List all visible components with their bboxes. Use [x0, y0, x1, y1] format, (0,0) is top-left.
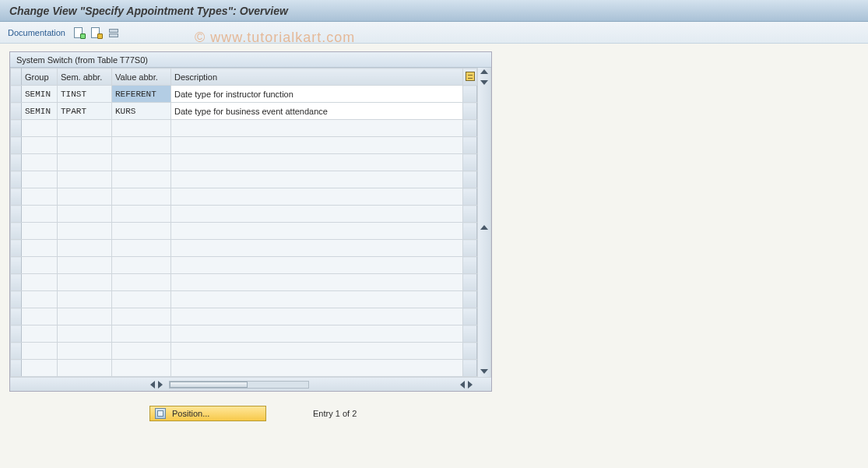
empty-row [11, 223, 477, 240]
grid-body: SEMIN TINST REFERENT Date type for instr… [11, 86, 477, 377]
empty-row [11, 291, 477, 308]
scroll-up-icon[interactable] [480, 69, 488, 74]
empty-row [11, 343, 477, 360]
table-row[interactable]: SEMIN TINST REFERENT Date type for instr… [11, 86, 477, 103]
hscroll-thumb[interactable] [170, 382, 248, 388]
table-row[interactable]: SEMIN TPART KURS Date type for business … [11, 103, 477, 120]
panel-title: System Switch (from Table T77S0) [10, 52, 491, 68]
table-options-header[interactable] [463, 69, 477, 86]
col-header-val[interactable]: Value abbr. [112, 69, 171, 86]
cell-sem[interactable]: TINST [58, 86, 112, 103]
col-header-group[interactable]: Group [22, 69, 58, 86]
scroll-right-icon[interactable] [158, 381, 163, 389]
table-options-icon [466, 72, 475, 81]
row-trail [463, 86, 477, 103]
entry-info: Entry 1 of 2 [313, 409, 357, 418]
empty-row [11, 308, 477, 325]
content-area: System Switch (from Table T77S0) Group S… [0, 44, 868, 429]
scroll-left-end-icon[interactable] [460, 381, 465, 389]
empty-row [11, 360, 477, 377]
row-selector[interactable] [11, 86, 22, 103]
table-panel: System Switch (from Table T77S0) Group S… [9, 51, 492, 392]
empty-row [11, 240, 477, 257]
empty-row [11, 137, 477, 154]
scroll-right-end-icon[interactable] [468, 381, 473, 389]
col-header-sem[interactable]: Sem. abbr. [58, 69, 112, 86]
cell-desc[interactable]: Date type for instructor function [171, 86, 463, 103]
empty-row [11, 188, 477, 206]
cell-group[interactable]: SEMIN [22, 86, 58, 103]
header-row: Group Sem. abbr. Value abbr. Description [11, 69, 477, 86]
hscroll-track[interactable] [169, 381, 309, 389]
documentation-link[interactable]: Documentation [8, 28, 65, 37]
empty-row [11, 206, 477, 223]
cell-val[interactable]: REFERENT [112, 86, 171, 103]
position-label: Position... [172, 409, 209, 418]
empty-row [11, 257, 477, 274]
vertical-scrollbar[interactable] [477, 68, 491, 377]
title-bar: Change View "Specify Appointment Types":… [0, 0, 868, 22]
cell-desc[interactable]: Date type for business event attendance [171, 103, 463, 120]
grid-table: Group Sem. abbr. Value abbr. Description… [10, 68, 477, 377]
empty-row [11, 120, 477, 137]
import-icon[interactable] [73, 26, 86, 39]
cell-val[interactable]: KURS [112, 103, 171, 120]
empty-row [11, 154, 477, 171]
export-icon[interactable] [90, 26, 103, 39]
col-header-desc[interactable]: Description [171, 69, 463, 86]
toolbar: Documentation [0, 22, 868, 44]
grid-wrap: Group Sem. abbr. Value abbr. Description… [10, 68, 491, 377]
horizontal-scrollbar[interactable] [10, 377, 491, 391]
table-view-icon[interactable] [107, 26, 120, 39]
row-trail [463, 103, 477, 120]
empty-row [11, 325, 477, 343]
footer-row: Position... Entry 1 of 2 [9, 392, 859, 421]
empty-row [11, 171, 477, 188]
position-icon [155, 408, 166, 419]
cell-sem[interactable]: TPART [58, 103, 112, 120]
empty-row [11, 274, 477, 291]
row-selector-header [11, 69, 22, 86]
scroll-down-small-icon[interactable] [480, 80, 488, 85]
page-title: Change View "Specify Appointment Types":… [9, 5, 288, 17]
row-selector[interactable] [11, 103, 22, 120]
cell-group[interactable]: SEMIN [22, 103, 58, 120]
scroll-up-small-icon[interactable] [480, 225, 488, 230]
scroll-left-icon[interactable] [150, 381, 155, 389]
scroll-down-icon[interactable] [480, 369, 488, 374]
position-button[interactable]: Position... [149, 406, 266, 421]
